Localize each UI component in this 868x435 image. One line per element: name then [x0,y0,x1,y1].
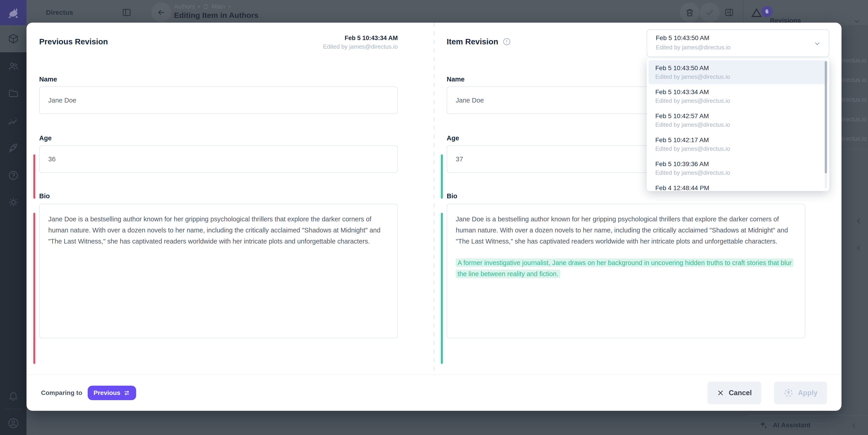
name-input: Jane Doe [39,87,398,114]
apply-button[interactable]: Apply [774,381,827,404]
bio-label: Bio [447,192,805,201]
insights-icon [8,116,19,127]
revision-select-subtitle: Edited by james@directus.io [656,44,731,51]
sidebar-item-marketplace[interactable] [0,134,27,161]
age-field-group: Age 36 [39,134,398,173]
folder-icon [8,88,19,99]
revision-option-editor: Edited by james@directus.io [655,169,821,176]
age-input: 36 [39,145,398,173]
name-label: Name [39,75,398,84]
collapse-sidebar-icon[interactable] [117,2,136,23]
revision-option-editor: Edited by james@directus.io [655,97,821,105]
revision-select-value: Feb 5 10:43:50 AM [656,34,709,42]
app-root: Directus Authors • Main Editing Item in … [0,0,868,435]
rocket-icon [8,142,19,153]
revision-option-time: Feb 5 10:39:36 AM [655,160,821,168]
top-header-bar: Directus Authors • Main Editing Item in … [27,0,868,25]
breadcrumb-version[interactable]: Main [212,3,225,10]
apply-label: Apply [798,389,817,397]
revisions-count-badge: 6 [761,6,773,17]
bio-label: Bio [39,192,398,201]
sidebar-item-settings[interactable] [0,189,27,216]
bio-added-text: A former investigative journalist, Jane … [456,257,796,279]
close-icon [717,389,724,397]
bio-field-group: Bio Jane Doe is a bestselling author kno… [447,192,805,338]
scrollbar-thumb[interactable] [825,61,827,173]
name-field-group: Name Jane Doe [39,75,398,114]
revisions-delta-icon[interactable] [750,0,763,25]
revision-option-time: Feb 4 12:48:44 PM [655,184,821,191]
removed-change-marker [33,213,35,364]
directus-logo-icon [7,6,20,19]
revision-option-time: Feb 5 10:43:34 AM [655,88,821,96]
revision-option[interactable]: Feb 4 12:48:44 PM Edited by james@direct… [649,180,828,191]
revision-option[interactable]: Feb 5 10:42:17 AM Edited by james@direct… [649,132,828,156]
directus-logo[interactable] [0,0,27,25]
help-icon [8,170,19,181]
trash-icon[interactable] [680,2,700,23]
check-icon[interactable] [700,2,720,23]
previous-revision-column: Previous Revision Feb 5 10:43:34 AM Edit… [27,23,434,375]
revision-compare-modal: Previous Revision Feb 5 10:43:34 AM Edit… [27,23,841,411]
sidebar-divider [5,409,22,409]
revision-option[interactable]: Feb 5 10:43:50 AM Edited by james@direct… [649,60,828,84]
notifications-button[interactable] [0,382,27,410]
revision-option-editor: Edited by james@directus.io [655,73,821,80]
breadcrumb[interactable]: Authors • Main [174,3,232,10]
revision-select[interactable]: Feb 5 10:43:50 AM Edited by james@direct… [647,29,829,57]
comparing-to-label: Comparing to [41,389,82,397]
version-caret-icon [228,4,232,9]
ai-assistant-bar[interactable]: AI Assistant [746,415,868,435]
dropdown-scrollbar[interactable] [825,61,827,188]
revisions-collapse-chevron-icon[interactable] [853,17,861,25]
revision-option-editor: Edited by james@directus.io [655,145,821,153]
panel-collapse-chevron-icon[interactable] [855,216,863,225]
box-icon [8,33,19,44]
module-bar [0,0,27,435]
compare-target-button[interactable]: Previous [88,386,136,400]
revision-option[interactable]: Feb 5 10:43:34 AM Edited by james@direct… [649,84,828,108]
user-avatar[interactable] [0,410,27,435]
apply-upload-icon [783,388,794,398]
sidebar-item-insights[interactable] [0,107,27,135]
revision-dropdown-menu: Feb 5 10:43:50 AM Edited by james@direct… [647,58,829,191]
ai-collapse-chevron-icon[interactable] [850,422,858,430]
toolbar-divider [743,0,743,25]
sidebar-item-users[interactable] [0,53,27,80]
revision-option-time: Feb 5 10:42:57 AM [655,112,821,121]
avatar-icon [7,417,19,429]
compare-target-label: Previous [94,389,120,397]
settings-icon [8,197,19,208]
sidebar-item-help[interactable] [0,162,27,189]
cancel-button[interactable]: Cancel [707,381,761,404]
breadcrumb-collection[interactable]: Authors [174,3,195,10]
sidebar-item-content[interactable] [0,25,27,52]
sidebar-item-files[interactable] [0,80,27,107]
cancel-label: Cancel [729,389,752,397]
bio-textarea: Jane Doe is a bestselling author known f… [447,204,805,338]
bio-textarea: Jane Doe is a bestselling author known f… [39,204,398,338]
revision-option-editor: Edited by james@directus.io [655,121,821,129]
revision-option[interactable]: Feb 5 10:42:57 AM Edited by james@direct… [649,108,828,132]
panel-collapse-chevron-icon[interactable] [855,244,863,253]
revision-option[interactable]: Feb 5 10:39:36 AM Edited by james@direct… [649,156,828,180]
item-revision-title: Item Revision [447,37,498,46]
column-dashed-divider [434,23,434,375]
age-label: Age [39,134,398,142]
bio-text: Jane Doe is a bestselling author known f… [48,214,389,247]
previous-revision-timestamp: Feb 5 10:43:34 AM [323,34,398,42]
bell-icon [8,391,19,402]
bio-text: Jane Doe is a bestselling author known f… [456,214,796,247]
revision-option-time: Feb 5 10:42:17 AM [655,136,821,144]
previous-revision-editor: Edited by james@directus.io [323,42,398,51]
added-change-marker [441,213,443,364]
removed-change-marker [33,154,35,199]
project-name: Directus [46,9,73,16]
right-panel-icon[interactable] [719,2,739,23]
chevron-down-icon [813,40,821,47]
back-button[interactable] [151,2,171,23]
info-icon [502,37,511,46]
sparkles-icon [759,421,768,430]
modal-footer: Comparing to Previous Cancel Apply [27,375,841,411]
added-change-marker [441,154,443,199]
